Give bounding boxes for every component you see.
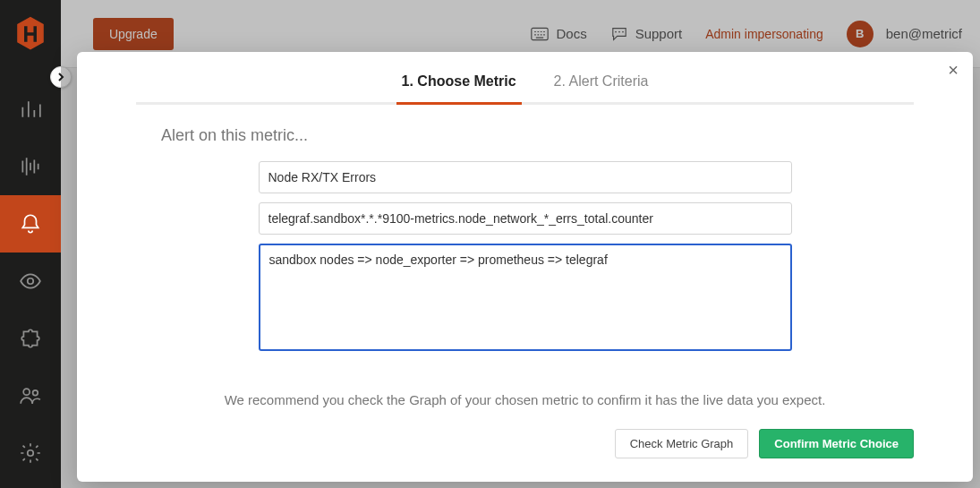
metric-path-input[interactable] <box>259 202 792 235</box>
hex-logo-icon <box>13 16 48 52</box>
graph-hint: We recommend you check the Graph of your… <box>136 392 914 407</box>
section-title: Alert on this metric... <box>161 126 914 145</box>
nav-users[interactable] <box>0 367 61 424</box>
modal-actions: Check Metric Graph Confirm Metric Choice <box>136 429 914 458</box>
alert-modal: × 1. Choose Metric 2. Alert Criteria Ale… <box>77 52 973 482</box>
metric-name-input[interactable] <box>259 161 792 193</box>
app-logo <box>13 16 48 52</box>
nav-integrations[interactable] <box>0 310 61 367</box>
nav-settings[interactable] <box>0 424 61 482</box>
nav-metrics[interactable] <box>0 138 61 195</box>
nav-visibility[interactable] <box>0 253 61 310</box>
bell-icon <box>19 212 42 235</box>
svg-point-0 <box>28 278 34 285</box>
gear-icon <box>19 441 42 465</box>
tab-choose-metric[interactable]: 1. Choose Metric <box>396 73 522 105</box>
tab-alert-criteria[interactable]: 2. Alert Criteria <box>549 73 654 105</box>
bar-chart-icon <box>19 98 42 121</box>
svg-point-1 <box>23 389 30 395</box>
nav-dashboards[interactable] <box>0 81 61 138</box>
metric-description-textarea[interactable] <box>259 244 792 351</box>
equalizer-icon <box>19 155 42 178</box>
eye-icon <box>19 270 42 293</box>
users-icon <box>19 384 42 407</box>
check-graph-button[interactable]: Check Metric Graph <box>615 429 749 458</box>
confirm-metric-button[interactable]: Confirm Metric Choice <box>759 429 914 458</box>
puzzle-icon <box>19 327 42 350</box>
metric-form <box>259 161 792 355</box>
close-icon[interactable]: × <box>948 61 959 79</box>
modal-tabs: 1. Choose Metric 2. Alert Criteria <box>136 73 914 105</box>
nav-alerts[interactable] <box>0 195 61 253</box>
svg-point-3 <box>28 450 34 457</box>
svg-point-2 <box>33 390 38 396</box>
